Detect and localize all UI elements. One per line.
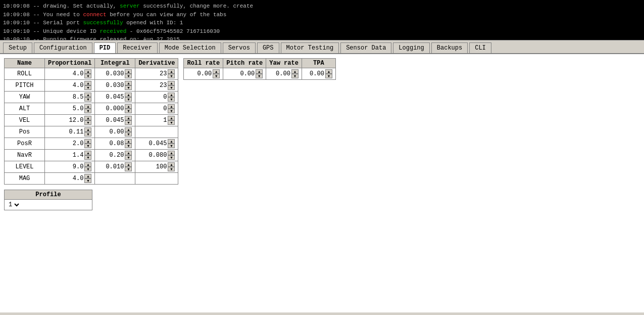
up-p-navr[interactable]: ▲ (84, 151, 91, 155)
yaw-rate-up[interactable]: ▲ (291, 69, 299, 74)
down-d-alt[interactable]: ▼ (168, 109, 175, 113)
tab-motor-testing[interactable]: Motor Testing (281, 42, 339, 53)
main-content: Name Proportional Integral Derivative RO… (0, 54, 644, 312)
pid-i-posr: 0.08 ▲ ▼ (95, 138, 135, 150)
up-d-yaw[interactable]: ▲ (168, 93, 175, 97)
tab-cli[interactable]: CLI (469, 42, 491, 53)
val-i-posr: 0.08 (105, 140, 125, 147)
tab-backups[interactable]: Backups (431, 42, 468, 53)
pitch-rate-down[interactable]: ▼ (256, 74, 263, 78)
down-i-posr[interactable]: ▼ (125, 144, 132, 148)
up-d-posr[interactable]: ▲ (168, 139, 175, 144)
up-p-yaw[interactable]: ▲ (84, 93, 91, 97)
down-p-vel[interactable]: ▼ (84, 120, 91, 125)
spin-btns-p-pos: ▲ ▼ (84, 127, 91, 137)
roll-rate-up[interactable]: ▲ (213, 69, 220, 74)
val-d-alt: 0 (147, 105, 168, 112)
down-d-pitch[interactable]: ▼ (168, 85, 175, 90)
spinbox-d-navr: 0.080 ▲ ▼ (138, 151, 175, 160)
up-d-navr[interactable]: ▲ (168, 151, 175, 155)
up-p-posr[interactable]: ▲ (84, 139, 91, 144)
up-i-pos[interactable]: ▲ (125, 127, 132, 132)
tpa-spin-btns: ▲ ▼ (325, 69, 332, 78)
down-p-roll[interactable]: ▼ (84, 74, 91, 78)
pid-d-pos (135, 126, 178, 138)
up-p-alt[interactable]: ▲ (84, 104, 91, 109)
pid-i-pitch: 0.030 ▲ ▼ (95, 80, 135, 92)
down-d-roll[interactable]: ▼ (168, 74, 175, 78)
down-d-navr[interactable]: ▼ (168, 155, 175, 160)
tab-configuration[interactable]: Configuration (34, 42, 92, 53)
pid-d-alt: 0 ▲ ▼ (135, 103, 178, 115)
down-i-level[interactable]: ▼ (125, 167, 132, 171)
up-d-pitch[interactable]: ▲ (168, 81, 175, 85)
down-p-yaw[interactable]: ▼ (84, 97, 91, 102)
tab-receiver[interactable]: Receiver (117, 42, 158, 53)
spinbox-i-vel: 0.045 ▲ ▼ (98, 116, 132, 125)
up-d-roll[interactable]: ▲ (168, 69, 175, 74)
down-i-vel[interactable]: ▼ (125, 120, 132, 125)
roll-rate-cell: 0.00 ▲ ▼ (184, 68, 223, 80)
tab-servos[interactable]: Servos (223, 42, 256, 53)
up-d-alt[interactable]: ▲ (168, 104, 175, 109)
up-i-navr[interactable]: ▲ (125, 151, 132, 155)
up-p-roll[interactable]: ▲ (84, 69, 91, 74)
log-text: 10:09:08 -- You need to (3, 12, 83, 18)
down-p-pitch[interactable]: ▼ (84, 85, 91, 90)
down-p-alt[interactable]: ▼ (84, 109, 91, 113)
tab-mode-selection[interactable]: Mode Selection (159, 42, 221, 53)
up-i-posr[interactable]: ▲ (125, 139, 132, 144)
down-d-yaw[interactable]: ▼ (168, 97, 175, 102)
profile-select[interactable]: 1 2 3 (7, 201, 21, 209)
pid-i-alt: 0.000 ▲ ▼ (95, 103, 135, 115)
col-header-derivative: Derivative (135, 59, 178, 68)
tab-setup[interactable]: Setup (3, 42, 32, 53)
tab-pid[interactable]: PID (94, 42, 116, 53)
tab-sensor-data[interactable]: Sensor Data (340, 42, 391, 53)
val-d-navr: 0.080 (147, 152, 168, 159)
pid-name-roll: ROLL (5, 68, 45, 80)
val-i-navr: 0.20 (105, 152, 125, 159)
val-p-roll: 4.0 (64, 70, 84, 77)
spinbox-p-posr: 2.0 ▲ ▼ (48, 139, 91, 148)
up-i-vel[interactable]: ▲ (125, 116, 132, 120)
down-p-navr[interactable]: ▼ (84, 155, 91, 160)
down-p-mag[interactable]: ▼ (84, 178, 91, 183)
tpa-down[interactable]: ▼ (325, 74, 332, 78)
tab-logging[interactable]: Logging (393, 42, 429, 53)
up-p-vel[interactable]: ▲ (84, 116, 91, 120)
down-p-level[interactable]: ▼ (84, 167, 91, 171)
up-i-alt[interactable]: ▲ (125, 104, 132, 109)
up-i-level[interactable]: ▲ (125, 162, 132, 167)
down-p-pos[interactable]: ▼ (84, 132, 91, 137)
down-p-posr[interactable]: ▼ (84, 144, 91, 148)
down-i-pos[interactable]: ▼ (125, 132, 132, 137)
pid-name-vel: VEL (5, 115, 45, 126)
tpa-up[interactable]: ▲ (325, 69, 332, 74)
pid-row: NavR 1.4 ▲ ▼ 0.20 ▲ ▼ 0.080 ▲ ▼ (5, 150, 178, 161)
val-p-alt: 5.0 (64, 105, 84, 112)
up-i-pitch[interactable]: ▲ (125, 81, 132, 85)
roll-rate-down[interactable]: ▼ (213, 74, 220, 78)
up-p-mag[interactable]: ▲ (84, 174, 91, 178)
down-d-posr[interactable]: ▼ (168, 144, 175, 148)
up-i-yaw[interactable]: ▲ (125, 93, 132, 97)
down-d-level[interactable]: ▼ (168, 167, 175, 171)
up-i-roll[interactable]: ▲ (125, 69, 132, 74)
down-d-vel[interactable]: ▼ (168, 120, 175, 125)
spinbox-d-vel: 1 ▲ ▼ (138, 116, 175, 125)
up-p-level[interactable]: ▲ (84, 162, 91, 167)
up-d-vel[interactable]: ▲ (168, 116, 175, 120)
up-p-pos[interactable]: ▲ (84, 127, 91, 132)
pitch-rate-up[interactable]: ▲ (256, 69, 263, 74)
up-d-level[interactable]: ▲ (168, 162, 175, 167)
spin-btns-d-alt: ▲ ▼ (168, 104, 175, 113)
up-p-pitch[interactable]: ▲ (84, 81, 91, 85)
down-i-alt[interactable]: ▼ (125, 109, 132, 113)
down-i-pitch[interactable]: ▼ (125, 85, 132, 90)
yaw-rate-down[interactable]: ▼ (291, 74, 299, 78)
down-i-navr[interactable]: ▼ (125, 155, 132, 160)
tab-gps[interactable]: GPS (257, 42, 279, 53)
down-i-yaw[interactable]: ▼ (125, 97, 132, 102)
down-i-roll[interactable]: ▼ (125, 74, 132, 78)
